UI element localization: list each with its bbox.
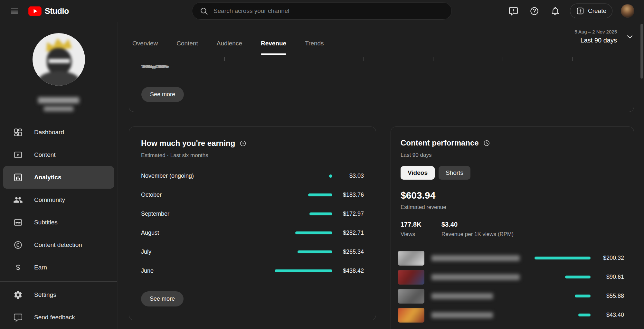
axis-tick [155,57,155,61]
date-range-text: 5 Aug – 2 Nov 2025 [574,29,617,34]
sidebar-item-label: Content detection [34,241,82,249]
sidebar-item-send-feedback[interactable]: Send feedback [3,306,114,329]
earning-bar [309,212,332,215]
video-title-redacted [431,312,493,318]
sidebar-item-content-detection[interactable]: Content detection [3,234,114,256]
sidebar-item-earn[interactable]: Earn [3,256,114,279]
video-thumbnail [398,289,424,304]
channel-avatar[interactable] [33,33,85,86]
sidebar: Dashboard Content Analytics Community [0,22,118,329]
tab-revenue[interactable]: Revenue [261,40,286,55]
topbar: Studio Create [0,0,644,22]
create-label: Create [588,7,606,14]
sidebar-item-settings[interactable]: Settings [3,284,114,306]
video-row[interactable]: $90.61 [398,268,624,287]
youtube-studio-logo[interactable]: Studio [28,6,69,16]
create-icon [576,7,584,15]
earning-value: $172.97 [337,211,364,217]
tab-audience[interactable]: Audience [217,40,242,55]
video-title-redacted [431,255,520,261]
dashboard-icon [13,127,23,137]
earning-month-label: August [141,230,275,236]
tab-trends[interactable]: Trends [305,40,324,55]
subtitles-icon [13,218,23,227]
estimated-revenue-value: $603.94 [401,190,624,201]
video-revenue-value: $43.40 [596,312,624,318]
earning-value: $438.42 [337,268,364,274]
search-input[interactable] [213,7,444,14]
earnings-row: August $282.71 [141,223,364,242]
sidebar-item-label: Dashboard [34,129,64,136]
search-icon [199,6,208,15]
feedback-icon[interactable] [507,5,520,17]
content-detection-icon [13,240,23,250]
search-bar[interactable] [192,2,452,20]
earning-value: $3.03 [337,173,364,179]
menu-icon[interactable] [10,6,19,16]
video-row[interactable]: $43.40 [398,306,624,324]
video-thumbnail [398,270,424,285]
clock-icon[interactable] [239,140,247,147]
sidebar-item-label: Community [34,196,65,203]
chart-x-axis: 5 Aug 2025 20 Aug 2025 4 Sept 2025 19 Se… [155,55,572,75]
help-icon[interactable] [528,5,541,17]
tab-overview[interactable]: Overview [132,40,158,55]
axis-tick [364,57,364,61]
earning-bar [298,250,332,253]
sidebar-item-community[interactable]: Community [3,189,114,211]
see-more-button[interactable]: See more [141,291,184,306]
axis-tick [503,57,503,61]
earning-month-label: June [141,268,275,274]
sidebar-item-label: Settings [34,291,56,298]
settings-gear-icon [13,290,23,300]
content-performance-card: Content performance Last 90 days Videos … [391,127,634,329]
revenue-timeline-card: 5 Aug 2025 20 Aug 2025 4 Sept 2025 19 Se… [129,55,634,112]
sidebar-item-content[interactable]: Content [3,144,114,166]
video-thumbnail [398,251,424,266]
youtube-play-icon [28,6,42,16]
date-range-picker[interactable]: 5 Aug – 2 Nov 2025 Last 90 days [574,29,634,44]
account-avatar[interactable] [621,4,634,18]
video-revenue-bar [578,314,591,316]
sidebar-item-label: Send feedback [34,314,75,321]
earn-icon [13,263,23,272]
video-revenue-value: $90.61 [596,274,624,280]
chevron-down-icon [625,32,634,41]
earnings-row: September $172.97 [141,204,364,223]
earnings-row: July $265.34 [141,242,364,261]
sidebar-item-subtitles[interactable]: Subtitles [3,211,114,234]
avatar-image [621,4,634,18]
analytics-scroll-region[interactable]: 5 Aug 2025 20 Aug 2025 4 Sept 2025 19 Se… [118,55,644,329]
videos-toggle[interactable]: Videos [401,166,435,180]
video-revenue-bar [575,295,591,297]
logo-text: Studio [45,6,69,16]
create-button[interactable]: Create [570,4,612,18]
earning-bar [295,231,332,234]
video-revenue-value: $200.32 [596,255,624,261]
video-revenue-bar [535,257,591,259]
video-thumbnail-image [398,289,424,304]
earning-month-label: September [141,211,275,217]
performance-card-title: Content performance [401,138,479,147]
video-title-redacted [431,274,520,280]
analytics-icon [13,173,23,182]
sidebar-item-analytics[interactable]: Analytics [3,166,114,189]
sidebar-item-label: Earn [34,264,47,271]
rpm-value: $3.40 [441,221,514,228]
vertical-scrollbar[interactable] [640,24,643,79]
tab-content[interactable]: Content [176,40,198,55]
see-more-button[interactable]: See more [141,87,184,102]
video-row[interactable]: $55.88 [398,287,624,306]
earnings-row: October $183.76 [141,185,364,204]
axis-tick [433,57,433,61]
video-row[interactable]: $200.32 [398,249,624,268]
earning-month-label: October [141,192,275,198]
earnings-card: How much you're earning Estimated · Last… [129,127,376,320]
video-thumbnail-image [398,251,424,266]
shorts-toggle[interactable]: Shorts [439,166,470,180]
earning-bar [275,269,332,272]
notifications-bell-icon[interactable] [549,5,562,17]
clock-icon[interactable] [483,139,490,147]
earning-value: $265.34 [337,249,364,255]
sidebar-item-dashboard[interactable]: Dashboard [3,121,114,144]
